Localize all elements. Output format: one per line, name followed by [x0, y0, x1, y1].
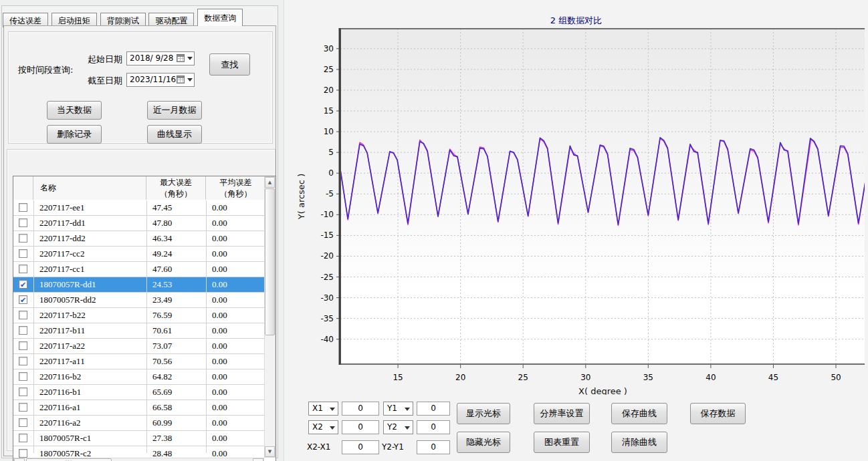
chevron-down-icon[interactable] [187, 78, 193, 84]
hide-cursor-button[interactable]: 隐藏光标 [457, 432, 510, 453]
save-data-button[interactable]: 保存数据 [690, 403, 746, 424]
recent-month-button[interactable]: 近一月数据 [147, 101, 202, 120]
y2-label: Y2 [387, 422, 397, 432]
table-row[interactable]: 2207117-dd147.800.00 [13, 216, 264, 231]
y2-value-field[interactable]: 0 [417, 420, 450, 434]
table-row[interactable]: 2207117-a1170.560.00 [13, 354, 264, 369]
tab-data-query[interactable]: 数据查询 [197, 9, 243, 26]
chevron-down-icon[interactable] [405, 408, 410, 414]
search-button[interactable]: 查找 [209, 53, 250, 75]
table-row[interactable]: 2207117-cc147.600.00 [13, 262, 264, 277]
y1-value-field[interactable]: 0 [417, 402, 450, 416]
header-avg-error[interactable]: 平均误差 （角秒） [206, 176, 265, 200]
end-date-picker[interactable]: 2023/11/16 [126, 73, 195, 87]
column-divider [146, 431, 147, 446]
row-checkbox[interactable] [19, 357, 27, 365]
column-divider [33, 400, 34, 415]
table-row[interactable]: 2207117-b2276.590.00 [13, 308, 264, 323]
table-row[interactable]: 2207116-b165.690.00 [13, 385, 264, 400]
vertical-scroll-thumb[interactable] [265, 188, 275, 335]
row-checkbox[interactable] [19, 218, 27, 227]
y1-combobox[interactable]: Y1 [383, 402, 413, 416]
header-name-label: 名称 [40, 182, 146, 194]
clear-curve-button[interactable]: 清除曲线 [611, 432, 667, 453]
right-panel: 2 组数据对比 302520151050-5-10-15-20-25-30-35… [284, 0, 868, 461]
table-row[interactable]: ✔18070057R-dd124.530.00 [13, 277, 264, 293]
y2-combobox[interactable]: Y2 [383, 420, 413, 434]
chart[interactable]: 302520151050-5-10-15-20-25-30-35-4015202… [295, 24, 865, 395]
table-row[interactable]: 2207116-a260.990.00 [13, 416, 264, 431]
row-checkbox[interactable] [19, 265, 27, 273]
header-name[interactable]: 名称 [33, 176, 146, 200]
chevron-down-icon[interactable] [187, 57, 193, 63]
row-checkbox[interactable] [19, 388, 27, 396]
plot-area[interactable] [340, 29, 865, 364]
row-checkbox[interactable] [19, 203, 27, 212]
scroll-left-icon[interactable]: ◄ [14, 458, 25, 461]
column-divider [206, 385, 207, 400]
delete-record-button[interactable]: 删除记录 [47, 125, 102, 144]
row-checkbox[interactable] [19, 326, 27, 335]
table-row[interactable]: 2207117-a2273.070.00 [13, 339, 264, 354]
table-row[interactable]: 18070057R-c127.380.00 [13, 431, 264, 446]
dx-value-field[interactable]: 0 [342, 440, 379, 454]
column-divider [206, 431, 207, 446]
x1-value-field[interactable]: 0 [342, 402, 379, 416]
start-date-picker[interactable]: 2018/ 9/28 [126, 51, 195, 65]
x-tick-label: 15 [393, 373, 403, 382]
cell-name: 2207117-cc1 [33, 262, 146, 277]
row-checkbox[interactable]: ✔ [19, 280, 27, 289]
x-tick-label: 25 [518, 373, 528, 382]
x2-combobox[interactable]: X2 [308, 420, 338, 434]
cell-max-error: 47.60 [146, 262, 206, 277]
chevron-down-icon[interactable] [330, 426, 335, 432]
cell-name: 2207117-dd1 [33, 216, 146, 230]
chevron-down-icon[interactable] [405, 426, 410, 432]
row-checkbox[interactable] [19, 341, 27, 350]
y-tick-label: -40 [320, 335, 334, 344]
show-cursor-button[interactable]: 显示光标 [457, 403, 510, 424]
table-row[interactable]: 18070057R-c228.480.00 [13, 446, 264, 453]
scroll-up-icon[interactable]: ▲ [265, 177, 275, 188]
column-divider [146, 339, 147, 353]
row-checkbox[interactable] [19, 403, 27, 412]
cell-max-error: 47.45 [146, 200, 206, 215]
row-checkbox[interactable]: ✔ [19, 295, 27, 304]
curve-display-button[interactable]: 曲线显示 [147, 125, 202, 144]
row-checkbox[interactable] [19, 311, 27, 319]
table-row[interactable]: 2207117-ee147.450.00 [13, 200, 264, 216]
table-row[interactable]: 2207116-b264.820.00 [13, 369, 264, 385]
scroll-right-icon[interactable]: ► [253, 458, 263, 461]
table-horizontal-scrollbar[interactable]: ◄ ||| ► [13, 458, 264, 461]
x1-combobox[interactable]: X1 [308, 402, 338, 416]
today-data-button[interactable]: 当天数据 [47, 101, 102, 120]
cell-name: 2207117-b22 [33, 308, 146, 323]
header-max-error[interactable]: 最大误差 （角秒） [146, 176, 206, 200]
chart-reset-button[interactable]: 图表重置 [534, 432, 590, 453]
row-checkbox[interactable] [19, 434, 27, 442]
cell-avg-error: 0.00 [206, 385, 265, 400]
row-checkbox[interactable] [19, 249, 27, 258]
calendar-icon[interactable] [177, 75, 185, 84]
dy-value-field[interactable]: 0 [417, 440, 450, 454]
row-checkbox[interactable] [19, 372, 27, 381]
calendar-icon[interactable] [177, 54, 185, 62]
table-row[interactable]: 2207117-b1170.610.00 [13, 323, 264, 339]
table-row[interactable]: 2207116-a166.580.00 [13, 400, 264, 416]
table-row[interactable]: ✔18070057R-dd223.490.00 [13, 293, 264, 308]
table-row[interactable]: 2207117-dd246.340.00 [13, 231, 264, 247]
scroll-down-icon[interactable]: ▼ [265, 446, 275, 457]
query-section-label: 按时间段查询: [18, 64, 73, 76]
resolution-settings-button[interactable]: 分辨率设置 [534, 403, 590, 424]
row-checkbox[interactable] [19, 418, 27, 427]
chevron-down-icon[interactable] [330, 408, 335, 414]
x2-value-field[interactable]: 0 [342, 420, 379, 434]
table-row[interactable]: 2207117-cc249.240.00 [13, 247, 264, 262]
row-checkbox[interactable] [19, 234, 27, 243]
column-divider [33, 323, 34, 338]
horizontal-scroll-thumb[interactable]: ||| [26, 458, 112, 461]
cell-name: 2207116-b1 [33, 385, 146, 400]
table-vertical-scrollbar[interactable]: ▲ ▼ [264, 176, 276, 458]
save-curve-button[interactable]: 保存曲线 [611, 403, 667, 424]
row-checkbox[interactable] [19, 449, 27, 458]
